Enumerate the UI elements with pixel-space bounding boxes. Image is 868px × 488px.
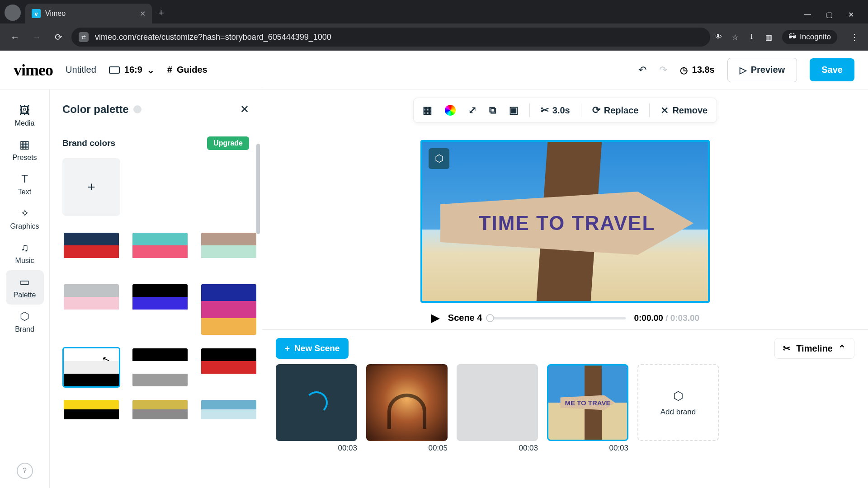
rail-item-label: Media [15,119,35,127]
sidepanel-icon[interactable]: ▥ [765,33,772,42]
canvas-stage[interactable]: TIME TO TRAVEL ⬡ [420,140,710,303]
seek-handle[interactable] [486,314,494,322]
scene-playbar: ▶ Scene 4 0:00.00 / 0:03.00 [262,303,868,329]
rail-item-presets[interactable]: ▦Presets [6,133,44,167]
project-title[interactable]: Untitled [66,65,96,75]
rail-item-palette[interactable]: ▭Palette [6,270,44,305]
palette-swatch[interactable] [62,283,120,324]
swatch-color [201,400,256,409]
scene-thumbnail[interactable] [276,364,357,441]
close-panel-icon[interactable]: ✕ [240,103,249,116]
eye-off-icon[interactable]: 👁 [715,33,722,41]
remove-icon: ⨯ [660,104,669,116]
palette-swatch[interactable] [62,347,120,388]
link-button[interactable]: ⧉ [487,102,498,119]
undo-button[interactable]: ↶ [638,64,646,76]
incognito-indicator[interactable]: 🕶 Incognito [782,30,837,44]
guides-button[interactable]: # Guides [167,65,208,75]
scrollbar-thumb[interactable] [256,144,260,234]
swatch-color [132,419,188,429]
rail-item-text[interactable]: TText [6,167,44,202]
browser-tab[interactable]: v Vimeo ✕ [25,4,152,23]
upgrade-button[interactable]: Upgrade [207,136,249,150]
swatch-color [132,361,188,374]
save-label: Save [821,65,843,75]
palette-swatch[interactable] [200,283,258,336]
downloads-icon[interactable]: ⭳ [748,33,755,41]
reload-button[interactable]: ⟳ [50,28,67,46]
guides-label: Guides [177,65,208,75]
music-icon: ♫ [21,241,29,254]
fit-button[interactable]: ⤢ [467,102,478,119]
trim-button[interactable]: ✂ 3.0s [539,102,572,119]
site-info-icon[interactable]: ⇄ [79,32,89,42]
palette-swatch[interactable] [62,399,120,430]
vimeo-logo[interactable]: vimeo [14,61,53,80]
help-button[interactable]: ? [17,463,33,479]
seek-slider[interactable] [490,317,626,319]
stage-sign: TIME TO TRAVEL [440,192,693,255]
save-button[interactable]: Save [810,58,854,81]
timeline-toggle[interactable]: ✂ Timeline ⌃ [774,338,854,359]
swatch-color [201,301,256,318]
palette-swatch[interactable] [200,399,258,430]
palette-swatch[interactable] [200,347,258,388]
close-tab-icon[interactable]: ✕ [140,9,146,18]
info-icon[interactable] [133,105,142,113]
maximize-icon[interactable]: ▢ [825,10,834,19]
add-brand-color-button[interactable]: + [62,158,120,216]
aspect-ratio-label: 16:9 [124,65,142,75]
new-scene-button[interactable]: + New Scene [276,338,349,359]
browser-menu-icon[interactable]: ⋮ [847,32,862,42]
swatch-color [201,361,256,374]
scene-card: 00:03 [457,364,538,453]
scene-card: ME TO TRAVE00:03 [547,364,628,453]
minimize-icon[interactable]: — [803,10,812,19]
palette-swatch[interactable] [131,347,189,388]
back-button[interactable]: ← [6,28,24,46]
add-brand-card[interactable]: ⬡Add brand [637,364,719,441]
replace-button[interactable]: ⟳ Replace [590,102,641,119]
profile-avatar[interactable] [5,5,21,21]
rail-item-media[interactable]: 🖼Media [6,99,44,133]
swatch-color [201,374,256,386]
stage-brand-badge[interactable]: ⬡ [429,148,449,169]
aspect-ratio-selector[interactable]: 16:9 ⌄ [109,65,155,75]
scene-thumbnail[interactable]: ME TO TRAVE [547,364,628,441]
scene-card: 00:03 [276,364,357,453]
swatch-color [132,245,188,258]
scene-time: 00:05 [428,444,448,453]
swatch-color [132,374,188,386]
address-bar[interactable]: ⇄ vimeo.com/create/customize?hash=storyb… [71,28,710,47]
new-tab-button[interactable]: + [152,3,170,23]
palette-swatch[interactable] [200,231,258,272]
scene-label: Scene 4 [448,313,482,323]
text-icon: T [21,173,28,185]
palette-swatch[interactable] [131,399,189,430]
remove-button[interactable]: ⨯ Remove [659,102,709,119]
chevron-up-icon: ⌃ [838,343,846,354]
rail-item-music[interactable]: ♫Music [6,236,44,270]
layout-button[interactable]: ▦ [421,102,434,119]
preview-button[interactable]: ▷ Preview [727,58,797,82]
palette-swatch[interactable] [131,283,189,324]
swatch-color [201,245,256,258]
play-button[interactable]: ▶ [431,311,440,325]
palette-swatch[interactable] [62,231,120,272]
swatch-color [201,284,256,301]
duration-indicator[interactable]: ◷ 13.8s [680,65,715,75]
bookmark-star-icon[interactable]: ☆ [732,33,738,42]
rail-item-graphics[interactable]: ✧Graphics [6,202,44,236]
rail-item-brand[interactable]: ⬡Brand [6,305,44,339]
swatch-color [132,258,188,271]
palette-swatch[interactable] [131,231,189,272]
color-button[interactable] [443,102,458,118]
current-time: 0:00.00 [634,313,663,323]
scene-thumbnail[interactable] [457,364,538,441]
timeline-strip: + New Scene ✂ Timeline ⌃ 00:0300:0500:03… [262,329,868,461]
crop-button[interactable]: ▣ [507,102,520,119]
left-rail: 🖼Media▦PresetsTText✧Graphics♫Music▭Palet… [0,89,50,488]
swatch-color [132,409,188,419]
close-window-icon[interactable]: ✕ [846,10,855,19]
scene-thumbnail[interactable] [366,364,448,441]
